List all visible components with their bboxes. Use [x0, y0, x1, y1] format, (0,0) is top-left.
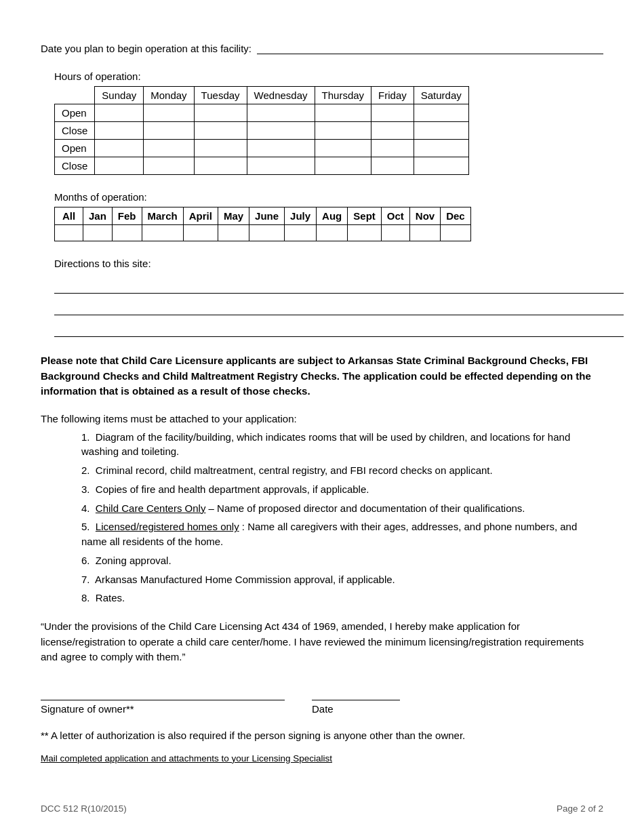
- month-sept: Sept: [348, 207, 382, 225]
- list-item-8: 8. Rates.: [81, 591, 603, 605]
- notice-block: Please note that Child Care Licensure ap…: [41, 353, 603, 399]
- months-section: Months of operation: All Jan Feb March A…: [54, 191, 603, 241]
- item-num-4: 4.: [81, 502, 96, 514]
- list-item-1: 1. Diagram of the facility/building, whi…: [81, 430, 603, 460]
- col-saturday: Saturday: [414, 87, 468, 104]
- row-label-close1: Close: [55, 122, 95, 140]
- col-friday: Friday: [371, 87, 414, 104]
- item-underline-4: Child Care Centers Only: [96, 502, 206, 514]
- col-tuesday: Tuesday: [194, 87, 247, 104]
- col-thursday: Thursday: [315, 87, 371, 104]
- date-line: Date you plan to begin operation at this…: [41, 41, 603, 54]
- month-march: March: [142, 207, 183, 225]
- list-item-3: 3. Copies of fire and health department …: [81, 482, 603, 497]
- month-nov: Nov: [409, 207, 440, 225]
- row-label-open2: Open: [55, 140, 95, 157]
- items-intro: The following items must be attached to …: [41, 413, 603, 424]
- month-june: June: [249, 207, 285, 225]
- month-dec: Dec: [441, 207, 471, 225]
- item-num-2: 2.: [81, 464, 96, 476]
- item-text-2: Criminal record, child maltreatment, cen…: [96, 464, 493, 476]
- months-empty-row: [55, 225, 471, 241]
- list-item-7: 7. Arkansas Manufactured Home Commission…: [81, 572, 603, 587]
- month-oct: Oct: [381, 207, 409, 225]
- item-text-7: Arkansas Manufactured Home Commission ap…: [95, 574, 395, 585]
- sig-label: Signature of owner**: [41, 703, 285, 715]
- hours-row-close1: Close: [55, 122, 469, 140]
- footer-right: Page 2 of 2: [557, 803, 603, 814]
- date-sig-line: [312, 687, 400, 700]
- item-num-3: 3.: [81, 483, 96, 495]
- months-label: Months of operation:: [54, 191, 603, 203]
- item-text-1: Diagram of the facility/building, which …: [81, 431, 570, 458]
- month-feb: Feb: [112, 207, 142, 225]
- item-text-3: Copies of fire and health department app…: [96, 483, 369, 495]
- item-num-5: 5.: [81, 521, 96, 532]
- col-monday: Monday: [144, 87, 194, 104]
- month-july: July: [285, 207, 317, 225]
- direction-line-2: [54, 296, 624, 315]
- item-num-1: 1.: [81, 431, 96, 443]
- list-item-2: 2. Criminal record, child maltreatment, …: [81, 463, 603, 478]
- hours-row-open1: Open: [55, 104, 469, 122]
- directions-section: Directions to this site:: [54, 258, 603, 269]
- item-text-6: Zoning approval.: [96, 555, 172, 566]
- sig-labels: Signature of owner** Date: [41, 703, 603, 715]
- items-list: 1. Diagram of the facility/building, whi…: [81, 430, 603, 606]
- direction-line-3: [54, 318, 624, 337]
- signature-line: [41, 687, 285, 700]
- month-april: April: [183, 207, 218, 225]
- directions-label: Directions to this site:: [54, 258, 151, 269]
- hours-row-close2: Close: [55, 157, 469, 175]
- item-num-6: 6.: [81, 555, 96, 566]
- signature-section: Signature of owner** Date: [41, 687, 603, 715]
- list-item-4: 4. Child Care Centers Only – Name of pro…: [81, 501, 603, 516]
- months-table: All Jan Feb March April May June July Au…: [54, 207, 471, 241]
- directions-lines: [54, 275, 603, 337]
- list-item-5: 5. Licensed/registered homes only : Name…: [81, 519, 603, 549]
- date-underline: [257, 41, 603, 54]
- item-num-7: 7.: [81, 574, 95, 585]
- item-num-8: 8.: [81, 592, 96, 603]
- item-text-8: Rates.: [96, 592, 125, 603]
- col-sunday: Sunday: [95, 87, 144, 104]
- item-underline-5: Licensed/registered homes only: [96, 521, 239, 532]
- col-wednesday: Wednesday: [247, 87, 315, 104]
- month-jan: Jan: [83, 207, 113, 225]
- date-line-label: Date you plan to begin operation at this…: [41, 43, 251, 54]
- month-may: May: [218, 207, 249, 225]
- date-label-sig: Date: [312, 703, 400, 715]
- notice-text: Please note that Child Care Licensure ap…: [41, 355, 591, 397]
- hours-label: Hours of operation:: [54, 71, 603, 82]
- month-all: All: [55, 207, 83, 225]
- footer-left: DCC 512 R(10/2015): [41, 803, 127, 814]
- sig-line-row: [41, 687, 603, 700]
- month-aug: Aug: [317, 207, 348, 225]
- hours-table: Sunday Monday Tuesday Wednesday Thursday…: [54, 86, 469, 175]
- footer: DCC 512 R(10/2015) Page 2 of 2: [41, 803, 603, 814]
- footnote: ** A letter of authorization is also req…: [41, 728, 603, 742]
- mail-note: Mail completed application and attachmen…: [41, 753, 603, 763]
- quote-block: “Under the provisions of the Child Care …: [41, 619, 603, 665]
- row-label-open1: Open: [55, 104, 95, 122]
- item-rest-4: – Name of proposed director and document…: [209, 502, 525, 514]
- hours-row-open2: Open: [55, 140, 469, 157]
- row-label-close2: Close: [55, 157, 95, 175]
- direction-line-1: [54, 275, 624, 294]
- list-item-6: 6. Zoning approval.: [81, 553, 603, 568]
